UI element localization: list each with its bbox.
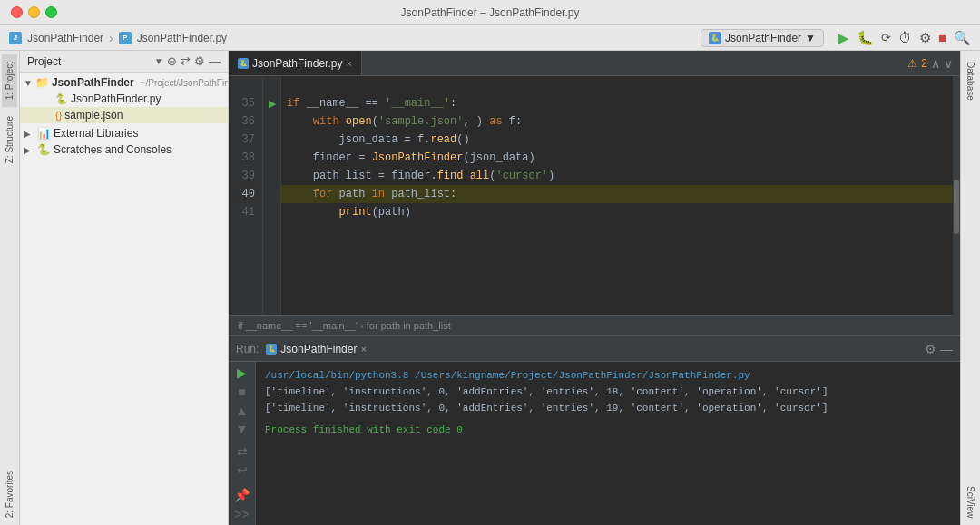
- breadcrumb-project[interactable]: JsonPathFinder: [27, 32, 103, 44]
- sidebar-tab-favorites[interactable]: 2: Favorites: [2, 463, 17, 525]
- project-add-icon[interactable]: ⊕: [167, 54, 177, 68]
- editor-tab-name: JsonPathFinder.py: [252, 57, 342, 70]
- title-bar: JsonPathFinder – JsonPathFinder.py: [0, 0, 980, 25]
- code-line-38: finder = JsonPathFinder (json_data): [281, 149, 960, 167]
- var-path: path: [332, 185, 371, 203]
- run-tab-close[interactable]: ×: [360, 344, 366, 355]
- tree-arrow-root: ▼: [24, 78, 33, 88]
- nav-down-icon[interactable]: ∨: [944, 56, 953, 71]
- build-icon[interactable]: ⚙: [919, 30, 931, 46]
- left-sidebar-tabs: 1: Project Z: Structure 2: Favorites: [0, 51, 20, 525]
- code-content: 34 35 36 37 38 39 40 41 ▶: [229, 76, 960, 315]
- run-minimize-icon[interactable]: —: [940, 342, 953, 356]
- toolbar-icons: ▶ 🐛 ⟳ ⏱ ⚙ ■ 🔍: [838, 30, 971, 46]
- run-side-toolbar: ▶ ■ ▲ ▼ ⇄ ↩ 📌 >>: [229, 362, 256, 525]
- run-scroll-up-icon[interactable]: ▲: [232, 403, 252, 418]
- code-line-41: print (path): [281, 203, 960, 221]
- var-json-data: json_data = f.: [287, 131, 430, 149]
- run-label: Run:: [236, 343, 259, 355]
- editor-tab-active[interactable]: 🐍 JsonPathFinder.py ×: [229, 51, 362, 75]
- run-config-button[interactable]: 🐍 JsonPathFinder ▼: [701, 29, 824, 47]
- tree-item-py-file[interactable]: 🐍 JsonPathFinder.py: [20, 91, 228, 107]
- code-editor[interactable]: 34 35 36 37 38 39 40 41 ▶: [229, 76, 960, 335]
- maximize-button[interactable]: [45, 6, 57, 18]
- warning-icon: ⚠: [907, 57, 917, 70]
- kw-as: as: [489, 112, 502, 131]
- project-minimize-icon[interactable]: —: [209, 54, 220, 68]
- code-line-34: [281, 76, 960, 94]
- parens-print: (path): [372, 203, 411, 221]
- var-pathlist-ref: path_list:: [385, 185, 456, 203]
- search-icon[interactable]: 🔍: [954, 30, 971, 46]
- tree-item-ext-libs[interactable]: ▶ 📊 External Libraries: [20, 125, 228, 141]
- tree-item-root-name: JsonPathFinder: [52, 76, 134, 89]
- debug-icon[interactable]: 🐛: [857, 30, 874, 46]
- warning-count: 2: [921, 57, 927, 70]
- fn-findall: find_all: [437, 167, 490, 185]
- editor-tabs: 🐍 JsonPathFinder.py × ⚠ 2 ∧ ∨: [229, 51, 960, 76]
- code-line-36: with open ( 'sample.json' , ) as f:: [281, 112, 960, 131]
- comma-as: , ): [463, 112, 489, 131]
- run-success-line: Process finished with exit code 0: [265, 422, 951, 438]
- run-panel-tabs: Run: 🐍 JsonPathFinder × ⚙ —: [229, 336, 960, 362]
- run-icon[interactable]: ▶: [838, 30, 849, 46]
- tree-item-scratches-name: Scratches and Consoles: [54, 143, 172, 156]
- editor-scrollbar[interactable]: [953, 76, 960, 315]
- sidebar-tab-project[interactable]: 1: Project: [2, 54, 17, 107]
- line-numbers: 34 35 36 37 38 39 40 41: [229, 76, 263, 315]
- project-settings-icon[interactable]: ⚙: [194, 54, 205, 68]
- sidebar-tab-structure[interactable]: Z: Structure: [2, 109, 17, 170]
- code-line-40: for path in path_list:: [281, 185, 960, 203]
- project-dropdown-icon[interactable]: ▼: [154, 56, 163, 66]
- tree-item-py-name: JsonPathFinder.py: [71, 92, 161, 105]
- coverage-icon[interactable]: ⟳: [881, 31, 891, 44]
- run-wrap-icon[interactable]: ⇄: [232, 444, 252, 460]
- profile-icon[interactable]: ⏱: [898, 30, 912, 45]
- project-panel: Project ▼ ⊕ ⇄ ⚙ — ▼ 📁 JsonPathFinder ~/P…: [20, 51, 229, 525]
- tree-item-ext-name: External Libraries: [54, 127, 138, 140]
- breadcrumb-file[interactable]: JsonPathFinder.py: [137, 32, 227, 44]
- fn-print: print: [339, 203, 372, 221]
- str-main: '__main__': [385, 94, 450, 112]
- project-icon: J: [9, 32, 22, 44]
- run-output-line-2: ['timeline', 'instructions', 0, 'addEntr…: [265, 400, 951, 416]
- editor-tab-close[interactable]: ×: [346, 58, 351, 69]
- ext-libs-icon: 📊: [37, 127, 51, 140]
- json-file-icon: {}: [55, 110, 62, 121]
- run-content: ▶ ■ ▲ ▼ ⇄ ↩ 📌 >> /usr/local/bin/python3.…: [229, 362, 960, 525]
- var-name: __name__: [299, 94, 365, 112]
- run-pin-icon[interactable]: 📌: [232, 488, 252, 503]
- str-json: 'sample.json': [378, 112, 464, 131]
- right-tab-sciview[interactable]: SciView: [963, 479, 978, 525]
- tree-item-json-file[interactable]: {} sample.json: [20, 107, 228, 123]
- tree-item-root[interactable]: ▼ 📁 JsonPathFinder ~/Project/JsonPathFin…: [20, 74, 228, 91]
- paren-close-findall: ): [548, 167, 554, 185]
- run-settings-icon[interactable]: ⚙: [925, 342, 936, 356]
- run-expand-icon[interactable]: >>: [232, 506, 252, 521]
- stop-icon[interactable]: ■: [938, 30, 946, 45]
- project-header: Project ▼ ⊕ ⇄ ⚙ —: [20, 51, 228, 73]
- run-stop-side-icon[interactable]: ■: [232, 384, 252, 400]
- op-eq: ==: [365, 94, 385, 112]
- tree-item-scratches[interactable]: ▶ 🐍 Scratches and Consoles: [20, 141, 228, 158]
- code-lines[interactable]: if __name__ == '__main__' : with open ( …: [281, 76, 960, 315]
- code-line-35: if __name__ == '__main__' :: [281, 94, 960, 112]
- paren-open: (: [372, 112, 378, 131]
- run-soft-wrap-icon[interactable]: ↩: [232, 462, 252, 478]
- close-button[interactable]: [11, 6, 23, 18]
- paren-findall: (: [489, 167, 495, 185]
- folder-icon-root: 📁: [35, 76, 49, 89]
- nav-up-icon[interactable]: ∧: [931, 56, 940, 71]
- project-sync-icon[interactable]: ⇄: [181, 54, 191, 68]
- right-tab-database[interactable]: Database: [963, 54, 978, 108]
- editor-warning-area: ⚠ 2 ∧ ∨: [907, 56, 960, 71]
- run-panel: Run: 🐍 JsonPathFinder × ⚙ — ▶ ■ ▲ ▼: [229, 335, 960, 525]
- minimize-button[interactable]: [28, 6, 40, 18]
- run-tab[interactable]: 🐍 JsonPathFinder ×: [266, 343, 366, 355]
- window-controls: [11, 6, 57, 18]
- run-play-side-icon[interactable]: ▶: [232, 365, 252, 381]
- scroll-thumb: [954, 180, 959, 234]
- run-scroll-down-icon[interactable]: ▼: [232, 422, 252, 437]
- toolbar-bar: J JsonPathFinder › P JsonPathFinder.py 🐍…: [0, 25, 980, 51]
- breadcrumb-content: if __name__ == '__main__' › for path in …: [238, 320, 451, 331]
